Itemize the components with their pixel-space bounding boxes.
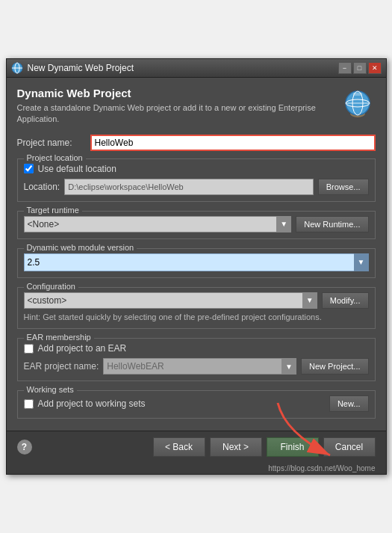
web-module-version-group: Dynamic web module version 2.5 3.0 3.1 ▼ (17, 248, 376, 278)
new-project-button[interactable]: New Project... (301, 358, 368, 375)
project-name-label: Project name: (17, 138, 84, 148)
add-to-ear-row: Add project to an EAR (24, 343, 369, 354)
header-text: Dynamic Web Project Create a standalone … (17, 87, 332, 126)
location-row: Location: Browse... (24, 179, 369, 195)
watermark: https://blog.csdn.net/Woo_home (7, 463, 386, 474)
new-runtime-button[interactable]: New Runtime... (296, 216, 368, 232)
config-select-wrapper: <custom> Default Configuration ▼ (24, 292, 317, 309)
configuration-group: Configuration <custom> Default Configura… (17, 287, 376, 329)
project-name-input[interactable] (90, 135, 376, 151)
version-select[interactable]: 2.5 3.0 3.1 (24, 253, 369, 271)
ear-project-select-wrapper: HelloWebEAR ▼ (103, 358, 296, 375)
runtime-select-wrapper: <None> ▼ (24, 216, 292, 232)
cancel-button[interactable]: Cancel (323, 437, 376, 457)
runtime-select[interactable]: <None> (24, 216, 292, 232)
modify-button[interactable]: Modify... (322, 292, 369, 309)
add-to-ear-checkbox[interactable] (24, 344, 34, 354)
working-sets-group: Working sets Add project to working sets… (17, 390, 376, 419)
bottom-buttons-bar: ? < Back Next > Finish Cancel (7, 431, 386, 463)
window-controls: − □ ✕ (338, 62, 382, 74)
globe-icon (340, 87, 376, 123)
header-description: Create a standalone Dynamic Web project … (17, 102, 332, 126)
back-button[interactable]: < Back (153, 437, 205, 457)
target-runtime-group: Target runtime <None> ▼ New Runtime... (17, 211, 376, 239)
minimize-button[interactable]: − (338, 62, 352, 74)
header-section: Dynamic Web Project Create a standalone … (17, 87, 376, 126)
configuration-legend: Configuration (24, 282, 78, 291)
window-icon (11, 62, 23, 74)
header-title: Dynamic Web Project (17, 87, 332, 99)
new-working-set-button[interactable]: New... (329, 395, 369, 412)
add-to-working-sets-row: Add project to working sets (24, 398, 146, 409)
working-sets-legend: Working sets (24, 385, 77, 394)
browse-button[interactable]: Browse... (318, 179, 369, 195)
location-input[interactable] (64, 179, 313, 195)
config-select[interactable]: <custom> Default Configuration (24, 292, 317, 309)
dialog-body: Dynamic Web Project Create a standalone … (7, 78, 386, 431)
use-default-location-label: Use default location (38, 164, 116, 174)
version-select-wrapper: 2.5 3.0 3.1 ▼ (24, 253, 369, 271)
add-to-working-sets-checkbox[interactable] (24, 399, 34, 409)
finish-button[interactable]: Finish (267, 437, 319, 457)
configuration-hint: Hint: Get started quickly by selecting o… (24, 312, 369, 322)
use-default-location-row: Use default location (24, 164, 369, 174)
ear-membership-legend: EAR membership (24, 333, 94, 342)
title-bar: New Dynamic Web Project − □ ✕ (7, 59, 386, 78)
add-to-ear-label: Add project to an EAR (38, 343, 127, 354)
svg-rect-8 (353, 93, 362, 96)
ear-membership-group: EAR membership Add project to an EAR EAR… (17, 338, 376, 381)
configuration-row: <custom> Default Configuration ▼ Modify.… (24, 292, 369, 309)
runtime-row: <None> ▼ New Runtime... (24, 216, 369, 232)
web-module-version-legend: Dynamic web module version (24, 243, 137, 252)
dialog-window: New Dynamic Web Project − □ ✕ Dynamic We… (6, 58, 387, 475)
use-default-location-checkbox[interactable] (24, 164, 34, 173)
maximize-button[interactable]: □ (353, 62, 367, 74)
location-label: Location: (24, 182, 60, 192)
ear-project-label: EAR project name: (24, 361, 99, 372)
project-name-row: Project name: (17, 135, 376, 151)
next-button[interactable]: Next > (210, 437, 262, 457)
project-location-group: Project location Use default location Lo… (17, 158, 376, 202)
help-button[interactable]: ? (17, 440, 32, 455)
project-location-legend: Project location (24, 153, 86, 162)
add-to-working-sets-label: Add project to working sets (38, 398, 146, 409)
ear-project-select[interactable]: HelloWebEAR (103, 358, 296, 375)
target-runtime-legend: Target runtime (24, 206, 82, 215)
window-title: New Dynamic Web Project (28, 63, 334, 73)
ear-project-row: EAR project name: HelloWebEAR ▼ New Proj… (24, 358, 369, 375)
close-button[interactable]: ✕ (368, 62, 382, 74)
